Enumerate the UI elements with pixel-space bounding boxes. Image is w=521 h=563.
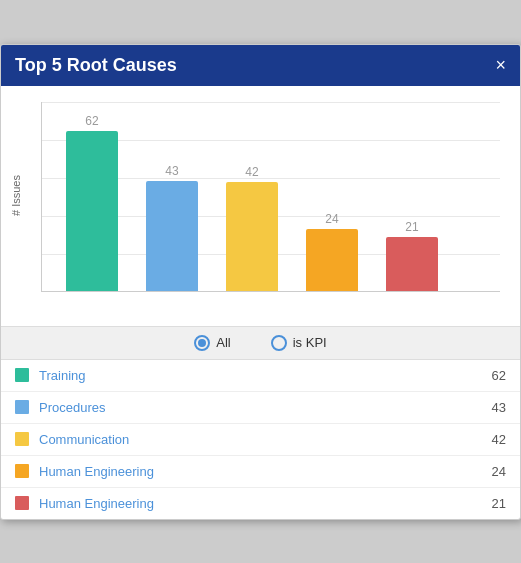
radio-all[interactable]: All — [194, 335, 230, 351]
bar-group: 43 — [146, 164, 198, 291]
bar-rect — [226, 182, 278, 291]
radio-all-circle — [194, 335, 210, 351]
radio-iskpi[interactable]: is KPI — [271, 335, 327, 351]
bar-value-label: 43 — [165, 164, 178, 178]
close-button[interactable]: × — [495, 56, 506, 74]
bar-group: 62 — [66, 114, 118, 291]
legend-row: Human Engineering21 — [1, 488, 520, 519]
legend-color-swatch — [15, 464, 29, 478]
bar-value-label: 24 — [325, 212, 338, 226]
legend-item-count: 42 — [492, 432, 506, 447]
legend-item-count: 43 — [492, 400, 506, 415]
bar-rect — [146, 181, 198, 291]
bar-rect — [386, 237, 438, 291]
legend-row: Human Engineering24 — [1, 456, 520, 488]
legend-item-label[interactable]: Human Engineering — [39, 496, 492, 511]
bar-group: 21 — [386, 220, 438, 291]
card-title: Top 5 Root Causes — [15, 55, 177, 76]
radio-filter-section: All is KPI — [1, 326, 520, 360]
legend-color-swatch — [15, 496, 29, 510]
legend-item-count: 62 — [492, 368, 506, 383]
radio-iskpi-label: is KPI — [293, 335, 327, 350]
bar-group: 42 — [226, 165, 278, 291]
legend-row: Procedures43 — [1, 392, 520, 424]
bar-value-label: 62 — [85, 114, 98, 128]
bar-chart: 6243422421 — [41, 102, 500, 292]
y-axis-label: # Issues — [10, 196, 22, 216]
legend-item-count: 21 — [492, 496, 506, 511]
bar-value-label: 21 — [405, 220, 418, 234]
bar-group: 24 — [306, 212, 358, 291]
radio-all-label: All — [216, 335, 230, 350]
legend-color-swatch — [15, 368, 29, 382]
bar-value-label: 42 — [245, 165, 258, 179]
bar-rect — [66, 131, 118, 291]
legend-item-label[interactable]: Procedures — [39, 400, 492, 415]
legend-row: Communication42 — [1, 424, 520, 456]
bar-rect — [306, 229, 358, 291]
card-header: Top 5 Root Causes × — [1, 45, 520, 86]
legend-table: Training62Procedures43Communication42Hum… — [1, 360, 520, 519]
legend-color-swatch — [15, 400, 29, 414]
card: Top 5 Root Causes × # Issues 6243422421 … — [0, 44, 521, 520]
legend-item-count: 24 — [492, 464, 506, 479]
legend-item-label[interactable]: Training — [39, 368, 492, 383]
radio-iskpi-circle — [271, 335, 287, 351]
legend-item-label[interactable]: Human Engineering — [39, 464, 492, 479]
legend-item-label[interactable]: Communication — [39, 432, 492, 447]
legend-color-swatch — [15, 432, 29, 446]
legend-row: Training62 — [1, 360, 520, 392]
chart-area: # Issues 6243422421 — [1, 86, 520, 326]
